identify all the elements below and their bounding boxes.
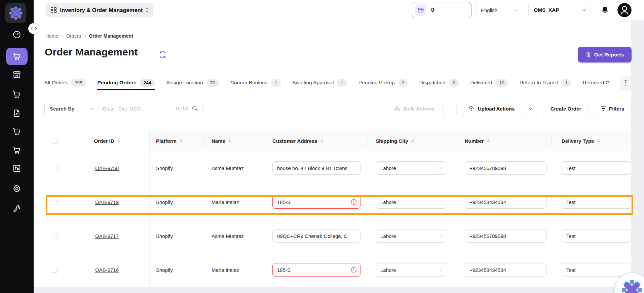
chevron-down-icon (91, 107, 94, 110)
sort-icon[interactable] (487, 139, 490, 143)
sidebar-item-tools[interactable] (6, 200, 28, 217)
sort-icon[interactable] (411, 139, 414, 143)
tab-assign-location[interactable]: Assign Location72 (166, 75, 219, 90)
sidebar-item-orders[interactable] (6, 48, 28, 65)
tenant-value: OMS_XAP (534, 7, 559, 13)
sidebar-item-store[interactable] (6, 66, 28, 83)
chevron-down-icon (515, 8, 519, 11)
delivery-type-input[interactable] (562, 229, 631, 242)
order-id-link[interactable]: OAB-9716 (95, 267, 119, 273)
refresh-icon (159, 51, 167, 59)
cart-icon (12, 127, 21, 136)
tab-all-orders[interactable]: All Orders395 (44, 75, 86, 90)
get-reports-label: Get Reports (594, 52, 624, 58)
breadcrumb-home[interactable]: Home (45, 33, 59, 39)
create-order-button[interactable]: Create Order (543, 101, 589, 116)
shipping-city-select[interactable]: Lahore (376, 229, 446, 243)
tab-delivered[interactable]: Delivered10 (470, 75, 508, 90)
bell-icon (601, 6, 609, 14)
column-header-name[interactable]: Name (204, 130, 264, 151)
order-id-link[interactable]: OAB-9717 (95, 233, 119, 239)
notifications-button[interactable] (599, 4, 611, 16)
sidebar-item-sales[interactable] (6, 123, 28, 140)
user-avatar[interactable] (617, 3, 632, 17)
customer-address-input[interactable] (273, 229, 360, 242)
upload-actions-caret[interactable] (523, 108, 538, 109)
platform-cell: Shopify (156, 233, 173, 239)
column-header-number[interactable]: Number (460, 130, 552, 151)
breadcrumb-separator-icon (84, 35, 86, 37)
store-icon (12, 70, 21, 79)
sidebar-item-controls[interactable] (6, 160, 28, 177)
tab-pending-orders[interactable]: Pending Orders244 (97, 75, 155, 90)
sort-icon[interactable] (180, 139, 182, 143)
tab-return-in-transit[interactable]: Return In Transit1 (520, 75, 571, 90)
sidebar-item-purchase[interactable] (6, 86, 28, 103)
table-row: OAB-9758 Shopify Asma Mumtaz Lahore (44, 151, 631, 185)
breadcrumb: Home Orders Order Management (45, 33, 133, 39)
sort-icon[interactable] (597, 139, 600, 143)
customer-address-input[interactable] (273, 263, 360, 276)
select-all-checkbox[interactable] (52, 138, 58, 144)
sort-icon[interactable] (228, 139, 231, 143)
brand-logo-icon (621, 280, 642, 293)
app-switcher-dropdown[interactable]: Inventory & Order Management (45, 3, 153, 17)
customer-address-input[interactable] (273, 162, 360, 174)
tab-returned[interactable]: Returned O (583, 75, 610, 90)
platform-cell: Shopify (156, 267, 173, 273)
search-char-counter: 0 / 50 (176, 106, 188, 111)
bulk-actions-caret[interactable] (444, 108, 456, 109)
column-header-order-id[interactable]: Order ID (65, 130, 149, 151)
tenant-select[interactable]: OMS_XAP (528, 2, 591, 18)
row-checkbox[interactable] (52, 165, 58, 171)
number-input[interactable] (465, 263, 546, 276)
upload-icon (468, 105, 475, 112)
column-header-platform[interactable]: Platform (149, 130, 204, 151)
shipping-city-select[interactable]: Lahore (376, 161, 446, 175)
row-checkbox[interactable] (52, 267, 58, 273)
sidebar-collapse-toggle[interactable] (28, 23, 39, 34)
vertical-ellipsis-icon (625, 82, 627, 84)
tab-dispatched[interactable]: Dispatched2 (419, 75, 459, 90)
search-input[interactable] (99, 106, 176, 112)
upload-actions-button[interactable]: Upload Actions (462, 101, 538, 116)
breadcrumb-orders[interactable]: Orders (66, 33, 81, 39)
tabs-more-button[interactable] (620, 76, 631, 90)
tab-courier-booking[interactable]: Courier Booking1 (230, 75, 281, 90)
delivery-type-input[interactable] (562, 263, 631, 276)
sidebar-item-dashboard[interactable] (6, 26, 28, 43)
chevron-down-icon (439, 166, 442, 169)
language-select[interactable]: English (476, 2, 523, 18)
sidebar-item-settings[interactable] (6, 180, 28, 197)
column-header-delivery[interactable]: Delivery Type (552, 130, 631, 151)
sort-icon[interactable] (320, 139, 323, 143)
user-icon (617, 3, 632, 17)
number-input[interactable] (465, 229, 546, 242)
bulk-actions-button[interactable]: Bulk Actions (389, 101, 457, 116)
name-cell: Maria Imtiaz (212, 267, 239, 273)
column-header-address[interactable]: Customer Address (264, 130, 368, 151)
brand-logo[interactable] (5, 3, 26, 23)
row-checkbox[interactable] (52, 233, 58, 239)
sidebar-item-returns[interactable] (6, 141, 28, 159)
order-id-link[interactable]: OAB-9758 (95, 165, 119, 171)
tab-awaiting-approval[interactable]: Awaiting Approval1 (292, 75, 347, 90)
order-status-tabs: All Orders395 Pending Orders244 Assign L… (44, 75, 631, 90)
tab-pending-pickup[interactable]: Pending Pickup2 (358, 75, 408, 90)
filters-button[interactable]: Filters (594, 101, 631, 116)
search-bar: Search By 0 / 50 (44, 101, 202, 116)
delivery-type-input[interactable] (562, 162, 631, 174)
wallet-counter[interactable]: 0 (412, 2, 471, 18)
get-reports-button[interactable]: Get Reports (578, 47, 632, 62)
number-input[interactable] (465, 162, 546, 174)
sidebar-item-documents[interactable] (6, 104, 28, 122)
chevron-down-icon (529, 107, 532, 110)
sort-icon[interactable] (117, 139, 120, 143)
search-by-select[interactable]: Search By (45, 101, 99, 116)
shipping-city-select[interactable]: Lahore (376, 263, 446, 277)
refresh-button[interactable] (159, 51, 167, 59)
sliders-icon (12, 164, 21, 173)
search-icon[interactable] (192, 106, 197, 111)
column-header-city[interactable]: Shipping City (368, 130, 460, 151)
dashboard-gauge-icon (12, 30, 21, 39)
